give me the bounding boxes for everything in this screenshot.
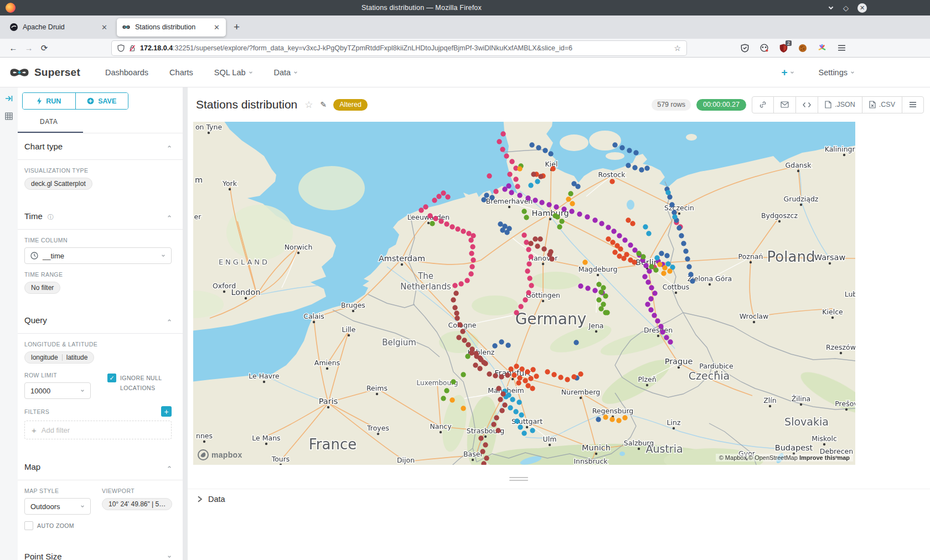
- viz-type-pill[interactable]: deck.gl Scatterplot: [24, 178, 92, 190]
- time-range-pill[interactable]: No filter: [24, 282, 60, 294]
- nav-sql-lab[interactable]: SQL Lab: [214, 68, 253, 77]
- resize-handle[interactable]: [509, 477, 528, 481]
- tab-close-icon[interactable]: ✕: [100, 23, 108, 32]
- window-title: Stations distribution — Mozilla Firefox: [16, 4, 828, 12]
- run-button[interactable]: RUN: [23, 93, 75, 109]
- add-filter-plus-button[interactable]: +: [161, 406, 172, 417]
- station-point: [525, 195, 530, 200]
- email-button[interactable]: [773, 97, 795, 113]
- map-style-select[interactable]: Outdoors: [24, 498, 91, 515]
- ublock-shield-icon[interactable]: 2: [778, 43, 788, 53]
- grid-icon[interactable]: [4, 112, 13, 121]
- deckgl-map[interactable]: on TyneYorkmerNorwichOxfordLondonCalaisL…: [193, 122, 855, 465]
- menu-hamburger-icon[interactable]: [836, 43, 846, 53]
- window-close-icon[interactable]: ✕: [857, 3, 867, 13]
- city-dot: [245, 297, 247, 299]
- chevron-down-icon: [850, 70, 855, 75]
- tab-stations-distribution[interactable]: Stations distribution ✕: [117, 18, 226, 37]
- city-dot: [484, 435, 487, 438]
- station-point: [500, 227, 505, 232]
- tab-close-icon[interactable]: ✕: [213, 23, 221, 32]
- city-dot: [203, 440, 205, 443]
- city-dot: [327, 406, 329, 408]
- tab-strip: Apache Druid ✕ Stations distribution ✕ +: [0, 15, 930, 39]
- map-city-label: Troyes: [366, 424, 389, 432]
- window-menu-chevron-icon[interactable]: [828, 4, 834, 11]
- edit-title-icon[interactable]: ✎: [321, 100, 327, 109]
- station-point: [499, 408, 504, 413]
- mapbox-logo[interactable]: mapbox: [198, 449, 242, 460]
- new-tab-button[interactable]: +: [234, 21, 240, 33]
- altered-badge[interactable]: Altered: [333, 99, 368, 111]
- data-panel-toggle[interactable]: Data: [188, 489, 930, 504]
- lock-insecure-icon[interactable]: [129, 44, 136, 52]
- bookmark-star-icon[interactable]: ☆: [674, 44, 681, 53]
- section-map[interactable]: Map: [18, 454, 183, 480]
- reload-button[interactable]: ⟳: [37, 43, 52, 53]
- embed-code-button[interactable]: [795, 97, 818, 113]
- city-dot: [678, 212, 680, 215]
- nav-charts[interactable]: Charts: [169, 68, 193, 77]
- station-point: [658, 324, 663, 329]
- superset-logo[interactable]: Superset: [9, 66, 80, 79]
- station-point: [659, 251, 664, 256]
- section-query[interactable]: Query: [18, 307, 183, 333]
- pocket-shield-icon[interactable]: [740, 43, 750, 53]
- station-point: [468, 237, 473, 242]
- station-point: [444, 388, 449, 393]
- station-point: [452, 305, 457, 310]
- section-time[interactable]: Time ⓘ: [18, 203, 183, 229]
- cookie-icon[interactable]: [798, 43, 808, 53]
- lonlat-pill[interactable]: longitudelatitude: [24, 351, 94, 364]
- share-link-button[interactable]: [752, 97, 773, 113]
- nav-dashboards[interactable]: Dashboards: [105, 68, 148, 77]
- section-point-size[interactable]: Point Size: [18, 543, 183, 560]
- station-point: [612, 142, 617, 147]
- station-point: [455, 226, 460, 231]
- row-limit-select[interactable]: 10000: [24, 382, 91, 399]
- station-point: [432, 198, 437, 203]
- map-attribution[interactable]: © Mapbox © OpenStreetMap Improve this ma…: [716, 454, 853, 462]
- save-button[interactable]: SAVE: [75, 93, 128, 109]
- map-country-label: Czechia: [689, 370, 730, 382]
- chart-menu-button[interactable]: [902, 97, 923, 113]
- mapbox-wordmark: mapbox: [211, 450, 242, 459]
- section-chart-type[interactable]: Chart type: [18, 133, 183, 159]
- forward-button[interactable]: →: [21, 43, 37, 53]
- map-city-label: Amiens: [314, 359, 340, 367]
- tab-data[interactable]: DATA: [18, 118, 183, 126]
- station-point: [551, 372, 556, 377]
- export-json-button[interactable]: .JSON: [818, 97, 862, 113]
- station-point: [516, 380, 521, 385]
- ignore-null-checkbox[interactable]: ✓: [107, 374, 116, 382]
- station-point: [662, 265, 667, 270]
- map-city-label: Regensburg: [592, 407, 634, 415]
- station-point: [502, 402, 507, 407]
- window-restore-icon[interactable]: ◇: [843, 4, 849, 12]
- station-point: [664, 335, 669, 340]
- tracking-shield-icon[interactable]: [117, 44, 125, 52]
- nav-data[interactable]: Data: [274, 68, 298, 77]
- station-point: [494, 415, 499, 420]
- add-filter-box[interactable]: + Add filter: [24, 421, 172, 439]
- privacy-mask-icon[interactable]: [759, 43, 769, 53]
- favorite-star-icon[interactable]: ☆: [304, 99, 313, 111]
- station-point: [464, 278, 469, 283]
- extension-pinwheel-icon[interactable]: [817, 43, 827, 53]
- tab-apache-druid[interactable]: Apache Druid ✕: [4, 18, 113, 37]
- city-dot: [646, 384, 648, 386]
- improve-map-link[interactable]: Improve this map: [799, 454, 850, 461]
- chevron-down-icon: [80, 504, 85, 509]
- back-button[interactable]: ←: [6, 43, 21, 53]
- add-new-button[interactable]: +: [781, 66, 794, 79]
- auto-zoom-checkbox[interactable]: [24, 521, 33, 530]
- viewport-pill[interactable]: 10° 24' 49.86" | 5…: [102, 498, 172, 510]
- time-range-label: TIME RANGE: [24, 271, 172, 278]
- collapse-panel-icon[interactable]: [4, 94, 13, 103]
- export-csv-button[interactable]: .CSV: [862, 97, 902, 113]
- time-column-select[interactable]: __time: [24, 247, 172, 264]
- settings-menu[interactable]: Settings: [819, 68, 855, 77]
- url-bar[interactable]: 172.18.0.4:32251/superset/explore/?form_…: [112, 41, 686, 55]
- station-point: [525, 369, 530, 374]
- station-point: [645, 279, 650, 284]
